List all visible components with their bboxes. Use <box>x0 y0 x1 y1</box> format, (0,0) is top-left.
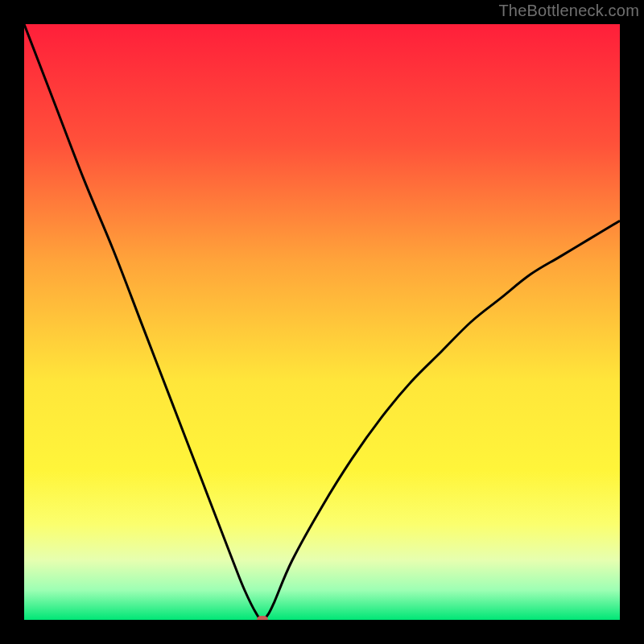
chart-frame: TheBottleneck.com <box>0 0 644 644</box>
watermark-text: TheBottleneck.com <box>498 2 639 20</box>
bottleneck-curve <box>24 24 620 620</box>
bottleneck-marker <box>257 616 268 620</box>
plot-area <box>24 24 620 620</box>
curve-svg <box>24 24 620 620</box>
